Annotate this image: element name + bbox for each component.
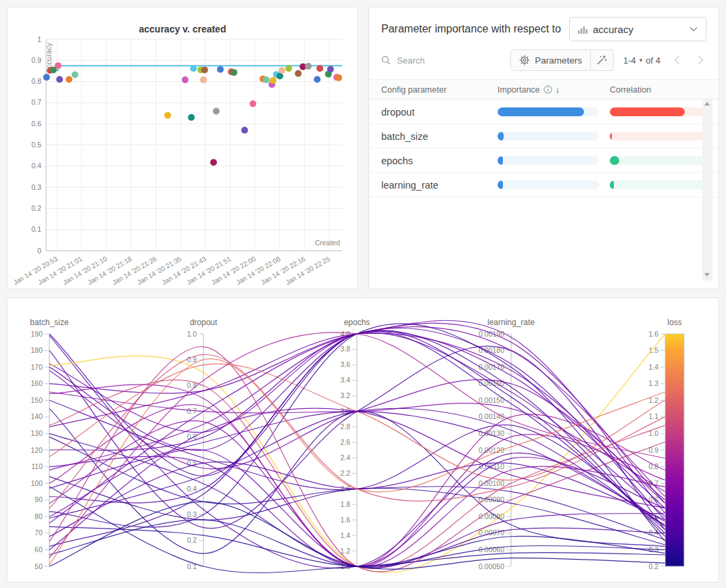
scatter-panel: accuracy v. created 00.10.20.30.40.50.60… xyxy=(7,7,358,289)
svg-text:0.00100: 0.00100 xyxy=(479,479,504,487)
parallel-coordinates-plot[interactable]: 5060708090100110120130140150160170180190… xyxy=(7,298,719,582)
svg-text:160: 160 xyxy=(30,379,43,387)
svg-text:140: 140 xyxy=(30,412,43,420)
config-parameter-name: learning_rate xyxy=(381,180,498,191)
svg-text:1.8: 1.8 xyxy=(340,500,350,508)
info-circle-icon[interactable] xyxy=(543,85,552,94)
svg-text:0.6: 0.6 xyxy=(31,120,41,128)
importance-table-header: Config parameter Importance ↓ Correlatio… xyxy=(369,79,719,100)
parallel-coordinates-panel: 5060708090100110120130140150160170180190… xyxy=(7,297,719,583)
magic-wand-button[interactable] xyxy=(591,49,614,71)
next-page-button[interactable] xyxy=(698,55,704,65)
svg-text:0.6: 0.6 xyxy=(648,495,658,504)
svg-text:0.9: 0.9 xyxy=(648,446,658,454)
svg-text:1.6: 1.6 xyxy=(340,516,350,524)
svg-text:loss: loss xyxy=(667,318,681,327)
parameters-button-label: Parameters xyxy=(535,55,582,66)
svg-text:2.4: 2.4 xyxy=(340,454,350,462)
importance-bar xyxy=(498,132,599,141)
svg-text:70: 70 xyxy=(34,529,43,537)
svg-text:0.2: 0.2 xyxy=(648,562,658,570)
importance-table-row[interactable]: batch_size xyxy=(369,124,719,149)
svg-text:Jan 14 '20 22:25: Jan 14 '20 22:25 xyxy=(285,255,332,287)
target-metric-label: accuracy xyxy=(593,24,684,35)
config-parameter-name: batch_size xyxy=(381,131,498,142)
scroll-down-icon[interactable] xyxy=(704,273,710,276)
config-parameter-name: dropout xyxy=(381,107,498,118)
svg-text:batch_size: batch_size xyxy=(30,318,69,327)
importance-table: Config parameter Importance ↓ Correlatio… xyxy=(369,79,719,197)
pagination-control[interactable]: 1-4 ▾ of 4 xyxy=(623,55,660,66)
svg-text:0.4: 0.4 xyxy=(31,162,41,170)
svg-text:100: 100 xyxy=(30,479,43,487)
column-correlation: Correlation xyxy=(610,85,698,95)
correlation-bar xyxy=(610,132,711,141)
svg-text:180: 180 xyxy=(30,346,43,354)
correlation-bar xyxy=(610,107,711,116)
scatter-plot[interactable]: 00.10.20.30.40.50.60.70.80.91Jan 14 '20 … xyxy=(7,7,358,289)
importance-bar xyxy=(498,156,599,165)
svg-text:0.3: 0.3 xyxy=(31,183,41,191)
importance-panel-title: Parameter importance with respect to xyxy=(381,23,561,35)
importance-table-row[interactable]: epochs xyxy=(369,149,719,173)
svg-text:0.4: 0.4 xyxy=(187,485,197,493)
svg-text:0.5: 0.5 xyxy=(31,141,41,149)
svg-text:Created: Created xyxy=(315,239,341,247)
correlation-bar xyxy=(610,156,711,165)
svg-text:0.9: 0.9 xyxy=(187,356,197,364)
svg-text:0.9: 0.9 xyxy=(31,56,41,64)
svg-text:0.2: 0.2 xyxy=(31,204,41,212)
pagination-caret-icon: ▾ xyxy=(639,57,643,64)
importance-table-row[interactable]: dropout xyxy=(369,100,719,124)
svg-text:1.6: 1.6 xyxy=(648,330,658,338)
importance-table-row[interactable]: learning_rate xyxy=(369,173,719,197)
svg-text:3.4: 3.4 xyxy=(340,376,350,384)
vertical-scrollbar[interactable] xyxy=(702,98,712,280)
gear-icon xyxy=(519,55,530,66)
svg-text:3.2: 3.2 xyxy=(340,391,350,399)
parameters-button[interactable]: Parameters xyxy=(510,49,591,71)
prev-page-button[interactable] xyxy=(674,55,680,65)
svg-text:dropout: dropout xyxy=(190,318,218,327)
search-input[interactable] xyxy=(395,55,479,66)
svg-text:170: 170 xyxy=(30,363,43,371)
svg-text:0.2: 0.2 xyxy=(187,536,197,544)
svg-text:120: 120 xyxy=(30,446,43,454)
bar-chart-icon xyxy=(578,25,587,34)
svg-text:90: 90 xyxy=(34,495,43,504)
svg-text:60: 60 xyxy=(34,545,43,554)
wand-sparkles-icon xyxy=(596,55,607,66)
search-icon xyxy=(381,55,391,65)
svg-text:1.4: 1.4 xyxy=(340,531,350,539)
svg-text:0.00140: 0.00140 xyxy=(479,412,504,420)
svg-text:150: 150 xyxy=(30,396,43,404)
pagination-of: of 4 xyxy=(646,55,660,66)
svg-text:0.00050: 0.00050 xyxy=(479,562,504,570)
target-metric-select[interactable]: accuracy xyxy=(569,17,706,41)
correlation-bar xyxy=(610,180,711,189)
svg-text:0: 0 xyxy=(37,247,41,255)
svg-text:learning_rate: learning_rate xyxy=(487,318,535,327)
scroll-up-icon[interactable] xyxy=(704,102,710,105)
svg-text:110: 110 xyxy=(31,462,43,470)
svg-text:1.1: 1.1 xyxy=(648,412,658,420)
search-box[interactable] xyxy=(381,55,510,66)
chevron-down-icon xyxy=(689,26,698,32)
svg-text:190: 190 xyxy=(30,330,43,338)
svg-text:1.0: 1.0 xyxy=(187,330,197,338)
svg-text:0.8: 0.8 xyxy=(31,77,41,85)
svg-text:50: 50 xyxy=(34,562,43,570)
svg-text:2.8: 2.8 xyxy=(340,422,350,431)
svg-text:1.2: 1.2 xyxy=(340,547,350,555)
svg-text:epochs: epochs xyxy=(344,318,370,327)
svg-text:0.7: 0.7 xyxy=(31,98,41,106)
svg-text:1: 1 xyxy=(37,35,41,43)
svg-text:3.6: 3.6 xyxy=(340,360,350,368)
svg-text:1.4: 1.4 xyxy=(648,363,658,371)
column-importance[interactable]: Importance ↓ xyxy=(498,84,610,95)
svg-text:3.8: 3.8 xyxy=(340,345,350,353)
sort-descending-icon[interactable]: ↓ xyxy=(556,84,560,95)
svg-text:2.2: 2.2 xyxy=(340,469,350,477)
column-config-parameter: Config parameter xyxy=(381,85,498,95)
svg-text:1.3: 1.3 xyxy=(648,379,658,387)
